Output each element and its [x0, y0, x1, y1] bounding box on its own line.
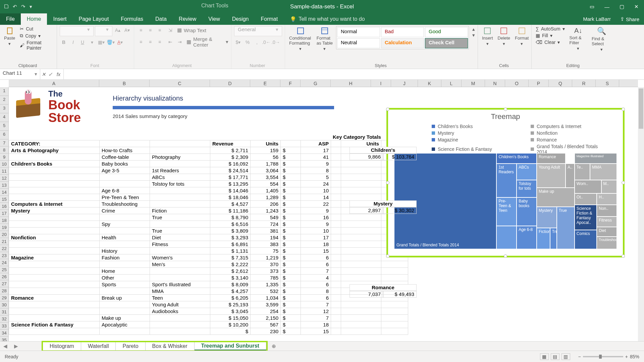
merge-center-button[interactable]: ▦ Merge & Center ▾ [186, 36, 228, 48]
tab-page-layout[interactable]: Page Layout [72, 13, 115, 25]
number-format[interactable]: General [234, 26, 282, 36]
tab-view[interactable]: View [202, 13, 226, 25]
store-name: BookStore [48, 99, 81, 124]
insert-cells-button[interactable]: Insert▾ [481, 26, 494, 47]
inc-dec-icon[interactable]: .0← [262, 38, 270, 46]
fill-color-icon[interactable]: 🪣▾ [107, 38, 115, 46]
cut-button[interactable]: ✂ Cut [18, 26, 54, 32]
redo-icon[interactable]: ↷ [21, 4, 25, 10]
tab-home[interactable]: Home [21, 13, 47, 25]
share-button[interactable]: ⇪Share [615, 13, 644, 25]
paste-button[interactable]: Paste▾ [3, 26, 16, 47]
tab-format[interactable]: Format [255, 13, 284, 25]
undo-icon[interactable]: ↶ [13, 4, 17, 10]
svg-rect-5 [501, 28, 507, 34]
logo-block: 👀 The BookStore [13, 89, 114, 124]
chart-title[interactable]: Treemap [388, 110, 623, 122]
treemap-plot[interactable]: Grand Totals / Blended Totals 2014 Child… [394, 153, 617, 249]
zoom-slider[interactable] [583, 356, 623, 357]
sheet-tab-bar: ◀ ▶ HistogramWaterfallParetoBox & Whiske… [0, 341, 644, 351]
fill-button[interactable]: ▦ Fill ▾ [534, 33, 566, 38]
sheet-tab-pareto[interactable]: Pareto [116, 342, 145, 350]
svg-rect-2 [322, 28, 328, 34]
sheet-nav-next[interactable]: ▶ [11, 343, 21, 349]
cell-styles-gallery[interactable]: Normal Bad Good Neutral Calculation Chec… [336, 26, 469, 49]
border-icon[interactable]: ▦▾ [97, 38, 105, 46]
italic-icon[interactable]: I [69, 38, 77, 46]
delete-cells-button[interactable]: Delete▾ [496, 26, 512, 47]
zoom-value[interactable]: 85% [630, 354, 639, 359]
copy-button[interactable]: ⧉ Copy ▾ [18, 33, 54, 39]
key-total-box: Romance7,037$ 49,493 [350, 284, 417, 298]
format-cells-button[interactable]: Format▾ [514, 26, 530, 47]
tab-review[interactable]: Review [173, 13, 202, 25]
dec-dec-icon[interactable]: .0→ [272, 38, 280, 46]
sheet-tab-waterfall[interactable]: Waterfall [81, 342, 116, 350]
view-normal-icon[interactable]: ▦ [540, 353, 549, 360]
enter-fx-icon[interactable]: ✓ [47, 69, 54, 79]
underline-icon[interactable]: U [78, 38, 87, 46]
view-page-layout-icon[interactable]: ▤ [551, 353, 559, 360]
format-painter-button[interactable]: 🖌 Format Painter [18, 40, 54, 51]
group-label-font: Font [60, 63, 131, 68]
ribbon-tab-row: File Home Insert Page Layout Formulas Da… [0, 13, 644, 25]
ribbon-options-icon[interactable]: ▭ [590, 4, 594, 10]
svg-rect-0 [7, 28, 12, 34]
fx-icon[interactable]: fx [54, 69, 64, 79]
zoom-in-icon[interactable]: + [625, 354, 628, 359]
tile-childrens-header[interactable]: Children's Books [496, 153, 537, 164]
page-title: Hierarchy visualizations [113, 95, 183, 102]
sort-filter-button[interactable]: A↓Sort & Filter▾ [568, 26, 588, 52]
view-page-break-icon[interactable]: ▥ [561, 353, 570, 360]
wrap-text-button[interactable]: ▦ Wrap Text [177, 27, 206, 33]
save-icon[interactable] [4, 4, 9, 10]
maximize-icon[interactable]: ▢ [620, 4, 624, 10]
minimize-icon[interactable]: — [604, 4, 609, 10]
cancel-fx-icon[interactable]: ✕ [40, 69, 47, 79]
account-name[interactable]: Mark LaBarr [578, 13, 615, 25]
data-table[interactable]: CATEGORY:RevenueUnitsASPUnitsRevArts & P… [9, 140, 408, 335]
qat-more-icon[interactable]: ▾ [30, 4, 32, 10]
clear-button[interactable]: ⌫ Clear ▾ [534, 40, 566, 45]
treemap-chart[interactable]: Treemap Children's BooksComputers & Inte… [386, 108, 625, 257]
font-name[interactable] [60, 26, 94, 36]
bulb-icon: 💡 [290, 16, 297, 22]
percent-icon[interactable]: % [244, 38, 252, 46]
font-size[interactable] [95, 26, 112, 36]
format-as-table-button[interactable]: Format as Table▾ [315, 26, 334, 52]
sheet-tab-treemap-and-sunburst[interactable]: Treemap and Sunburst [195, 342, 266, 350]
sheet-tab-histogram[interactable]: Histogram [43, 342, 81, 350]
tab-design[interactable]: Design [226, 13, 255, 25]
name-box[interactable]: Chart 11 [0, 69, 40, 79]
row-headers[interactable]: 1234567891011121314151617181920212223242… [0, 87, 9, 351]
close-icon[interactable]: ✕ [634, 4, 639, 10]
tab-formulas[interactable]: Formulas [115, 13, 149, 25]
add-sheet-button[interactable]: ⊕ [268, 343, 280, 349]
formula-input[interactable] [64, 69, 644, 79]
worksheet-grid[interactable]: ABCDEFGHIJKLMNOPQRS 12345678910111213141… [0, 80, 644, 351]
ribbon: Paste▾ ✂ Cut ⧉ Copy ▾ 🖌 Format Painter C… [0, 25, 644, 69]
key-totals-header: Key Category Totals [333, 134, 381, 140]
tell-me[interactable]: 💡Tell me what you want to do [284, 13, 371, 25]
vertical-scrollbar[interactable] [638, 87, 644, 351]
sheet-tab-box-whisker[interactable]: Box & Whisker [146, 342, 195, 350]
tab-insert[interactable]: Insert [47, 13, 72, 25]
comma-icon[interactable]: , [253, 38, 261, 46]
group-label-alignment: Alignment [137, 63, 228, 68]
autosum-button[interactable]: ∑ AutoSum ▾ [534, 26, 566, 32]
font-color-icon[interactable]: A▾ [116, 38, 124, 46]
document-title: Sample-data-sets - Excel [290, 3, 354, 10]
status-ready: Ready [0, 354, 23, 359]
find-select-button[interactable]: 🔍Find & Select▾ [590, 26, 613, 53]
bold-icon[interactable]: B [60, 38, 68, 46]
grow-font-icon[interactable]: A▴ [114, 26, 122, 34]
column-headers[interactable]: ABCDEFGHIJKLMNOPQRS [9, 80, 638, 87]
zoom-out-icon[interactable]: − [578, 354, 581, 359]
tab-data[interactable]: Data [149, 13, 173, 25]
currency-icon[interactable]: $▾ [234, 38, 242, 46]
sheet-nav-prev[interactable]: ◀ [0, 343, 11, 349]
chart-legend[interactable]: Children's BooksComputers & InternetMyst… [388, 122, 623, 157]
conditional-formatting-button[interactable]: Conditional Formatting▾ [288, 26, 313, 52]
shrink-font-icon[interactable]: A▾ [123, 26, 131, 34]
tab-file[interactable]: File [0, 13, 21, 25]
